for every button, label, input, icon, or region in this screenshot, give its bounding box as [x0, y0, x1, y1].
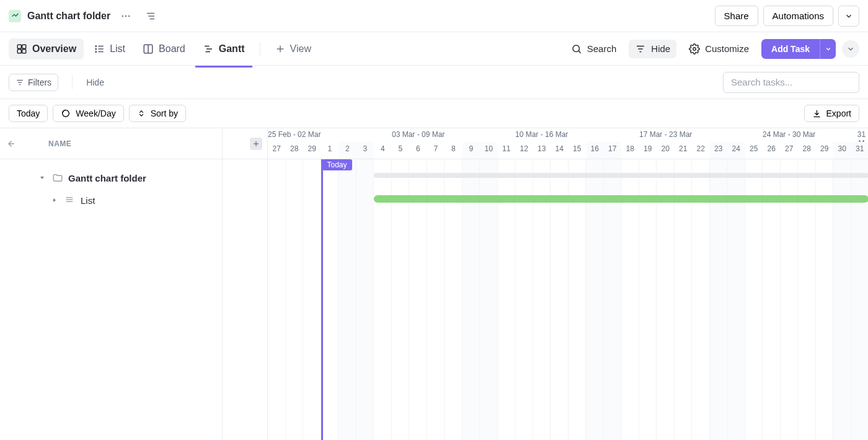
day-cell: 27	[268, 142, 286, 159]
add-view-button[interactable]: View	[268, 38, 319, 59]
tree-folder-row[interactable]: Gantt chart folder	[0, 167, 267, 189]
tab-list[interactable]: List	[86, 38, 133, 59]
day-cell: 19	[639, 142, 657, 159]
week-label: 24 Mar - 30 Mar	[763, 130, 815, 139]
week-label: 10 Mar - 16 Mar	[515, 130, 568, 139]
search-tasks-input[interactable]	[723, 72, 859, 93]
task-bar[interactable]	[374, 195, 868, 203]
outline-icon[interactable]	[141, 8, 160, 24]
view-tabs: Overview List Board Gantt View	[9, 38, 319, 59]
day-cell: 14	[551, 142, 569, 159]
svg-marker-38	[53, 198, 56, 202]
filters-divider	[72, 76, 73, 89]
day-cell: 31	[851, 142, 869, 159]
breadcrumb-title: Gantt chart folder	[27, 11, 110, 22]
tab-board-label: Board	[159, 43, 185, 55]
svg-line-24	[578, 51, 580, 53]
tree-list-row[interactable]: List	[0, 189, 267, 211]
export-button[interactable]: Export	[804, 105, 859, 122]
day-cell: 10	[480, 142, 498, 159]
sort-by-button[interactable]: Sort by	[129, 105, 186, 122]
grid-column	[268, 159, 286, 440]
day-cell: 23	[710, 142, 728, 159]
svg-point-1	[125, 15, 126, 16]
day-cell: 15	[569, 142, 587, 159]
day-cell: 18	[621, 142, 639, 159]
svg-rect-6	[17, 45, 21, 48]
day-cell: 29	[303, 142, 321, 159]
automations-caret-button[interactable]	[838, 6, 859, 27]
grid-column	[286, 159, 304, 440]
day-cell: 12	[515, 142, 533, 159]
day-cell: 25	[745, 142, 763, 159]
header-actions: Share Automations	[715, 6, 859, 27]
gantt-timeline[interactable]: 25 Feb - 02 Mar03 Mar - 09 Mar10 Mar - 1…	[268, 128, 868, 440]
filters-left: Filters Hide	[9, 74, 104, 91]
svg-point-11	[95, 48, 97, 50]
automations-button[interactable]: Automations	[763, 6, 833, 26]
breadcrumb: Gantt chart folder	[9, 8, 160, 24]
sidebar-col-divider	[222, 128, 223, 440]
grid-column	[321, 159, 339, 440]
day-cell: 22	[692, 142, 710, 159]
hide-columns-button[interactable]: Hide	[86, 77, 104, 87]
svg-rect-8	[17, 49, 21, 53]
folder-name: Gantt chart folder	[68, 173, 146, 183]
day-cell: 16	[586, 142, 604, 159]
day-cell: 8	[445, 142, 463, 159]
tab-overview-label: Overview	[32, 43, 76, 55]
task-tree: Gantt chart folder List	[0, 159, 267, 211]
svg-point-10	[95, 45, 97, 46]
day-cell: 6	[409, 142, 427, 159]
add-task-caret[interactable]	[820, 39, 836, 59]
day-cell: 9	[463, 142, 480, 159]
today-button[interactable]: Today	[9, 105, 48, 122]
tab-gantt[interactable]: Gantt	[195, 38, 252, 59]
grid-column	[339, 159, 356, 440]
svg-rect-9	[22, 49, 26, 53]
grid-area: Today	[268, 159, 868, 440]
hide-button[interactable]: Hide	[629, 40, 676, 58]
day-cell: 21	[675, 142, 693, 159]
tab-overview[interactable]: Overview	[9, 38, 84, 59]
list-small-icon	[64, 195, 76, 206]
zoom-cycle-button[interactable]: Week/Day	[53, 105, 123, 122]
add-task-button[interactable]: Add Task	[761, 39, 820, 59]
week-label: 17 Mar - 23 Mar	[639, 130, 692, 139]
list-icon	[94, 43, 105, 55]
svg-point-28	[693, 47, 696, 50]
tab-gantt-label: Gantt	[219, 43, 245, 55]
collapse-sidebar-icon[interactable]	[5, 138, 16, 149]
weekday-label: Week/Day	[76, 108, 115, 118]
share-button[interactable]: Share	[715, 6, 758, 26]
day-cell: 4	[374, 142, 392, 159]
tab-board[interactable]: Board	[135, 38, 193, 59]
week-label: 03 Mar - 09 Mar	[392, 130, 445, 139]
svg-point-12	[95, 51, 97, 52]
today-marker	[321, 159, 323, 440]
add-column-icon[interactable]	[250, 138, 262, 150]
tab-list-label: List	[110, 43, 125, 55]
today-label: Today	[17, 108, 40, 118]
filters-bar: Filters Hide	[0, 66, 868, 99]
sidebar-header: NAME	[0, 128, 267, 159]
svg-rect-7	[22, 45, 26, 48]
summary-bar[interactable]	[374, 173, 868, 178]
expand-panel-icon[interactable]	[842, 40, 859, 58]
filters-button[interactable]: Filters	[9, 74, 58, 91]
week-label: 25 Feb - 02 Mar	[268, 130, 321, 139]
search-button[interactable]: Search	[565, 40, 623, 58]
overview-icon	[16, 43, 27, 55]
day-cell: 7	[427, 142, 445, 159]
day-cell: 5	[392, 142, 410, 159]
svg-marker-37	[40, 177, 44, 179]
more-menu-icon[interactable]	[117, 8, 135, 24]
day-cell: 27	[781, 142, 799, 159]
timeline-toolbar: Today Week/Day Sort by Export	[0, 99, 868, 128]
day-cell: 17	[604, 142, 622, 159]
view-bar: Overview List Board Gantt View	[0, 32, 868, 66]
customize-button[interactable]: Customize	[683, 40, 755, 58]
caret-right-icon	[51, 196, 60, 204]
board-icon	[143, 43, 154, 55]
svg-point-2	[128, 15, 130, 16]
